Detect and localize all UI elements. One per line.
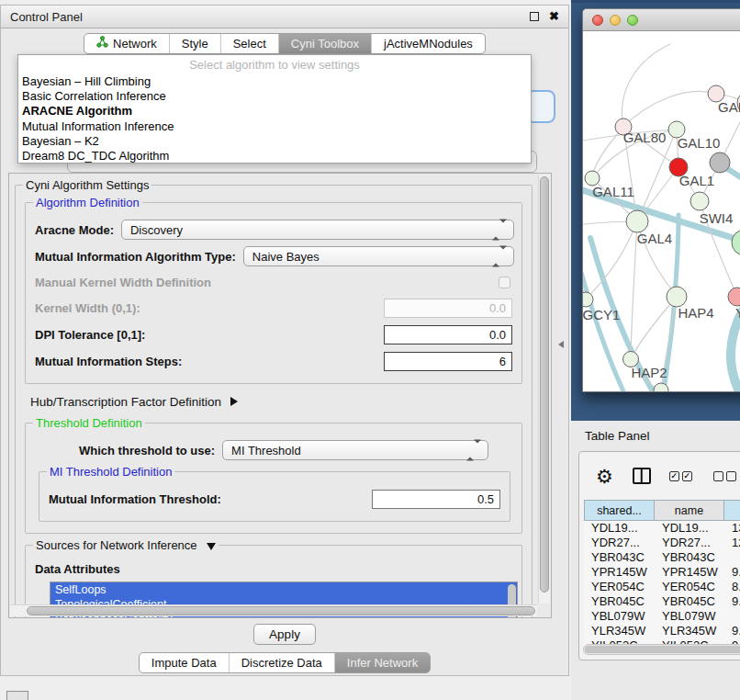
table-row[interactable]: YBL079WYBL079W xyxy=(584,609,740,624)
node-hap4[interactable] xyxy=(667,287,687,307)
table-toolbar: ⚙ ✓✓ xyxy=(579,452,740,500)
split-columns-icon[interactable] xyxy=(633,468,651,484)
column-header[interactable]: shared... xyxy=(584,500,655,521)
dropdown-item[interactable]: Bayesian – Hill Climbing xyxy=(18,74,531,89)
node-label: Y xyxy=(735,305,740,321)
dpi-tolerance-field[interactable]: 0.0 xyxy=(384,325,512,344)
node-label: GAL11 xyxy=(592,184,634,199)
dropdown-item[interactable]: Bayesian – K2 xyxy=(18,134,531,149)
settings-vertical-scrollbar[interactable] xyxy=(538,175,550,604)
scrollbar-thumb[interactable] xyxy=(540,176,549,593)
gear-icon[interactable]: ⚙ xyxy=(596,467,613,486)
table-row[interactable]: YLR345WYLR345W9. xyxy=(584,624,740,638)
mi-threshold-field[interactable]: 0.5 xyxy=(372,490,500,509)
close-traffic-light-icon[interactable] xyxy=(592,15,603,26)
network-window-titlebar[interactable] xyxy=(583,9,740,31)
table-rows: YDL19...YDL19...13YDR27...YDR27...12YBR0… xyxy=(584,521,740,653)
which-threshold-row: Which threshold to use: MI Threshold xyxy=(35,438,514,462)
node-gal1[interactable] xyxy=(690,192,709,210)
dropdown-item[interactable]: Mutual Information Inference xyxy=(18,119,531,134)
table-cell: 8. xyxy=(724,580,740,594)
control-panel: Control Panel ✖ Network Styl xyxy=(0,5,569,676)
sources-title[interactable]: Sources for Network Inference xyxy=(33,538,219,552)
network-edge[interactable] xyxy=(586,221,637,299)
aracne-mode-row: Aracne Mode: Discovery xyxy=(35,218,514,242)
table-row[interactable]: YER054CYER054C8. xyxy=(584,580,740,594)
column-header[interactable]: A xyxy=(724,500,740,521)
manual-kernel-checkbox[interactable] xyxy=(499,277,510,288)
hub-definition-row[interactable]: Hub/Transcription Factor Definition xyxy=(30,390,524,413)
network-view-window[interactable]: GALGAL80GAL10GAL1GAL11SWI4GAL4GCY1HAP4YH… xyxy=(582,8,740,392)
column-header[interactable]: name xyxy=(655,500,724,521)
kernel-width-field[interactable]: 0.0 xyxy=(384,299,512,318)
network-edge[interactable] xyxy=(622,44,670,127)
dropdown-item[interactable]: Basic Correlation Inference xyxy=(18,89,531,104)
node-gray[interactable] xyxy=(710,152,730,173)
scrollbar-thumb[interactable] xyxy=(27,606,535,615)
zoom-traffic-light-icon[interactable] xyxy=(627,15,638,26)
table-header-row: shared...nameA xyxy=(584,500,740,521)
dropdown-item[interactable]: Dream8 DC_TDC Algorithm xyxy=(18,149,531,164)
minimize-traffic-light-icon[interactable] xyxy=(610,15,621,26)
float-window-icon[interactable] xyxy=(530,12,539,21)
top-tabs-segmented: Network Style Select Cyni Toolbox jActiv… xyxy=(84,33,486,54)
table-cell: YDL19... xyxy=(655,521,724,536)
dropdown-prompt: Select algorithm to view settings xyxy=(18,55,531,74)
node-gcy1[interactable] xyxy=(583,292,593,307)
mi-steps-field[interactable]: 6 xyxy=(384,352,512,371)
network-icon xyxy=(96,36,108,51)
table-cell: 9. xyxy=(724,565,740,580)
table-row[interactable]: YDR27...YDR27...12 xyxy=(584,536,740,550)
node-big-green[interactable] xyxy=(732,230,740,255)
mi-threshold-label: Mutual Information Threshold: xyxy=(49,492,221,506)
mi-type-combo[interactable]: Naive Bayes xyxy=(243,246,514,266)
node-salmon[interactable] xyxy=(728,288,740,306)
network-canvas[interactable]: GALGAL80GAL10GAL1GAL11SWI4GAL4GCY1HAP4YH… xyxy=(583,31,740,391)
node-gal4[interactable] xyxy=(626,210,648,232)
mi-type-label: Mutual Information Algorithm Type: xyxy=(35,250,236,264)
kernel-width-label: Kernel Width (0,1): xyxy=(35,301,140,315)
network-graph[interactable]: GALGAL80GAL10GAL1GAL11SWI4GAL4GCY1HAP4YH… xyxy=(583,31,740,391)
table-horizontal-scrollbar[interactable] xyxy=(583,644,740,655)
table-row[interactable]: YBR045CYBR045C9. xyxy=(584,594,740,609)
apply-button[interactable]: Apply xyxy=(253,624,316,645)
cyni-algorithm-settings-group: Cyni Algorithm Settings Algorithm Defini… xyxy=(15,185,533,618)
aracne-mode-label: Aracne Mode: xyxy=(35,223,114,237)
close-icon[interactable]: ✖ xyxy=(549,12,559,21)
dropdown-item[interactable]: ARACNE Algorithm xyxy=(18,104,531,119)
splitter-collapse-icon[interactable] xyxy=(558,341,564,348)
tab-impute-data[interactable]: Impute Data xyxy=(140,653,229,672)
algorithm-definition-title: Algorithm Definition xyxy=(33,196,142,209)
table-row[interactable]: YBR043CYBR043C xyxy=(584,550,740,565)
minimized-panel-button[interactable] xyxy=(6,691,28,700)
deselect-all-checks-icon[interactable] xyxy=(713,471,739,481)
settings-horizontal-scrollbar[interactable] xyxy=(10,604,537,616)
table-row[interactable]: YPR145WYPR145W9. xyxy=(584,565,740,580)
cyni-group-title: Cyni Algorithm Settings xyxy=(23,178,151,192)
tab-infer-network[interactable]: Infer Network xyxy=(334,653,430,672)
which-threshold-combo[interactable]: MI Threshold xyxy=(222,440,488,460)
threshold-definition-title: Threshold Definition xyxy=(33,416,145,430)
tab-select[interactable]: Select xyxy=(220,34,278,53)
tab-network[interactable]: Network xyxy=(84,34,169,53)
table-cell: YLR345W xyxy=(655,624,724,638)
tab-jactivemnodules[interactable]: jActiveMNodules xyxy=(371,34,485,53)
table-cell: YBR045C xyxy=(655,594,724,609)
tab-cyni-toolbox[interactable]: Cyni Toolbox xyxy=(278,34,371,53)
control-panel-titlebar: Control Panel ✖ xyxy=(1,6,568,28)
tab-discretize-data[interactable]: Discretize Data xyxy=(229,653,334,672)
aracne-mode-combo[interactable]: Discovery xyxy=(121,220,514,240)
which-threshold-label: Which threshold to use: xyxy=(79,444,215,457)
mi-steps-label: Mutual Information Steps: xyxy=(35,355,182,368)
table-row[interactable]: YDL19...YDL19...13 xyxy=(584,521,740,536)
mi-threshold-row: Mutual Information Threshold: 0.5 xyxy=(49,487,502,511)
table-cell: YDR27... xyxy=(584,536,655,550)
table-panel-title: Table Panel xyxy=(585,429,650,443)
node-label: HAP4 xyxy=(678,305,713,321)
network-edge[interactable] xyxy=(623,91,716,127)
attribute-list-item[interactable]: SelfLoops xyxy=(50,582,517,597)
tab-network-label: Network xyxy=(113,37,157,51)
scrollbar-thumb[interactable] xyxy=(585,646,740,653)
select-all-checks-icon[interactable]: ✓✓ xyxy=(669,471,695,481)
tab-style[interactable]: Style xyxy=(169,34,220,53)
